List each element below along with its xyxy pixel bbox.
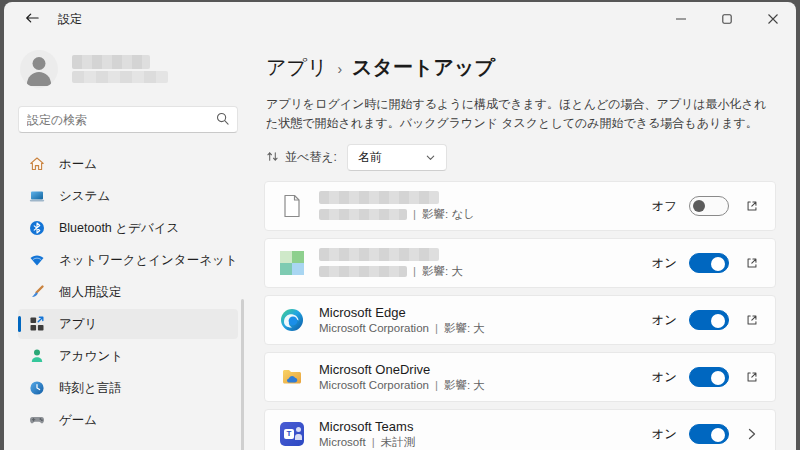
app-impact: 影響: なし: [422, 207, 475, 222]
app-name: Microsoft Teams: [319, 419, 651, 435]
sidebar-item-system[interactable]: システム: [18, 181, 238, 211]
app-impact: 未計測: [381, 435, 416, 450]
toggle-state-label: オン: [651, 369, 677, 386]
sidebar-item-time-language[interactable]: 時刻と言語: [18, 373, 238, 403]
minimize-button[interactable]: [658, 2, 704, 36]
external-link-icon[interactable]: [743, 256, 761, 270]
settings-window: 設定: [4, 2, 796, 450]
startup-app-row: | 影響: 大 オン: [264, 238, 776, 288]
app-impact: 影響: 大: [422, 264, 463, 279]
sidebar-item-label: Bluetooth とデバイス: [59, 220, 179, 237]
minimize-icon: [676, 14, 686, 24]
search-input[interactable]: [27, 113, 216, 127]
sidebar-item-label: アカウント: [59, 348, 123, 365]
toggle-state-label: オフ: [651, 198, 677, 215]
microsoft-onedrive-icon: [279, 364, 305, 390]
system-icon: [28, 188, 45, 205]
startup-toggle[interactable]: [689, 424, 729, 444]
sidebar-item-label: ホーム: [59, 156, 97, 173]
sidebar-item-apps[interactable]: アプリ: [18, 309, 238, 339]
startup-toggle[interactable]: [689, 196, 729, 216]
startup-app-row: | 影響: なし オフ: [264, 181, 776, 231]
avatar: [20, 50, 58, 88]
apps-icon: [28, 316, 45, 333]
startup-apps-list: | 影響: なし オフ: [264, 181, 776, 450]
sidebar-nav: ホーム システム Bluetooth とデバイス: [18, 149, 238, 435]
app-publisher: Microsoft Corporation: [319, 378, 429, 393]
selected-indicator: [18, 316, 21, 332]
app-publisher-redacted: [319, 266, 407, 277]
clock-icon: [28, 380, 45, 397]
sidebar-item-accounts[interactable]: アカウント: [18, 341, 238, 371]
sidebar-item-label: 個人用設定: [59, 284, 122, 301]
startup-toggle[interactable]: [689, 310, 729, 330]
app-name: Microsoft Edge: [319, 305, 651, 321]
toggle-state-label: オン: [651, 255, 677, 272]
window-title: 設定: [58, 11, 82, 28]
sort-selected-value: 名前: [358, 149, 425, 166]
app-meta: Microsoft Corporation | 影響: 大: [319, 378, 651, 393]
app-name-redacted: [319, 248, 439, 261]
app-meta: | 影響: なし: [319, 207, 651, 222]
toggle-state-label: オン: [651, 426, 677, 443]
breadcrumb-apps-link[interactable]: アプリ: [266, 54, 327, 81]
sidebar-item-personalization[interactable]: 個人用設定: [18, 277, 238, 307]
sidebar-item-gaming[interactable]: ゲーム: [18, 405, 238, 435]
app-meta: Microsoft | 未計測: [319, 435, 651, 450]
app-impact: 影響: 大: [444, 378, 485, 393]
sort-row: 並べ替え: 名前: [266, 144, 776, 171]
titlebar: 設定: [4, 2, 796, 36]
app-meta: Microsoft Corporation | 影響: 大: [319, 321, 651, 336]
bluetooth-icon: [28, 220, 45, 237]
breadcrumb-separator-icon: ›: [337, 61, 342, 77]
external-link-icon[interactable]: [743, 370, 761, 384]
external-link-icon[interactable]: [743, 313, 761, 327]
back-arrow-icon: [25, 10, 39, 28]
sidebar-item-label: アプリ: [59, 316, 97, 333]
startup-toggle[interactable]: [689, 367, 729, 387]
document-app-icon: [279, 193, 305, 219]
home-icon: [28, 156, 45, 173]
settings-search-box[interactable]: [18, 106, 238, 133]
sidebar-item-home[interactable]: ホーム: [18, 149, 238, 179]
chevron-down-icon: [425, 149, 436, 167]
sidebar-item-network-internet[interactable]: ネットワークとインターネット: [18, 245, 238, 275]
app-name: Microsoft OneDrive: [319, 362, 651, 378]
startup-app-row: Microsoft OneDrive Microsoft Corporation…: [264, 352, 776, 402]
close-icon: [768, 14, 778, 24]
sidebar-item-label: ネットワークとインターネット: [59, 252, 238, 269]
maximize-button[interactable]: [704, 2, 750, 36]
sort-dropdown[interactable]: 名前: [347, 144, 447, 171]
app-impact: 影響: 大: [444, 321, 485, 336]
chevron-right-icon[interactable]: [743, 427, 761, 441]
mosaic-app-icon: [279, 250, 305, 276]
search-icon: [216, 111, 229, 129]
paintbrush-icon: [28, 284, 45, 301]
app-name-redacted: [319, 191, 439, 204]
sidebar-item-bluetooth-devices[interactable]: Bluetooth とデバイス: [18, 213, 238, 243]
sidebar: ホーム システム Bluetooth とデバイス: [4, 36, 252, 450]
app-publisher: Microsoft: [319, 435, 366, 450]
toggle-state-label: オン: [651, 312, 677, 329]
app-publisher-redacted: [319, 209, 407, 220]
sort-label: 並べ替え:: [285, 149, 337, 166]
startup-app-row: T Microsoft Teams Microsoft | 未計測 オン: [264, 409, 776, 450]
accounts-person-icon: [28, 348, 45, 365]
user-account-row[interactable]: [20, 50, 236, 88]
maximize-icon: [722, 14, 732, 24]
main-content: アプリ › スタートアップ アプリをログイン時に開始するように構成できます。ほと…: [252, 36, 796, 450]
close-button[interactable]: [750, 2, 796, 36]
page-description: アプリをログイン時に開始するように構成できます。ほとんどの場合、アプリは最小化さ…: [266, 95, 776, 132]
breadcrumb: アプリ › スタートアップ: [266, 54, 776, 81]
user-name-redacted: [72, 55, 168, 83]
game-controller-icon: [28, 412, 45, 429]
sidebar-item-label: ゲーム: [59, 412, 97, 429]
wifi-icon: [28, 252, 45, 269]
sidebar-scrollbar[interactable]: [241, 299, 244, 450]
app-publisher: Microsoft Corporation: [319, 321, 429, 336]
startup-app-row: Microsoft Edge Microsoft Corporation | 影…: [264, 295, 776, 345]
startup-toggle[interactable]: [689, 253, 729, 273]
back-button[interactable]: [16, 7, 48, 31]
external-link-icon[interactable]: [743, 199, 761, 213]
app-meta: | 影響: 大: [319, 264, 651, 279]
